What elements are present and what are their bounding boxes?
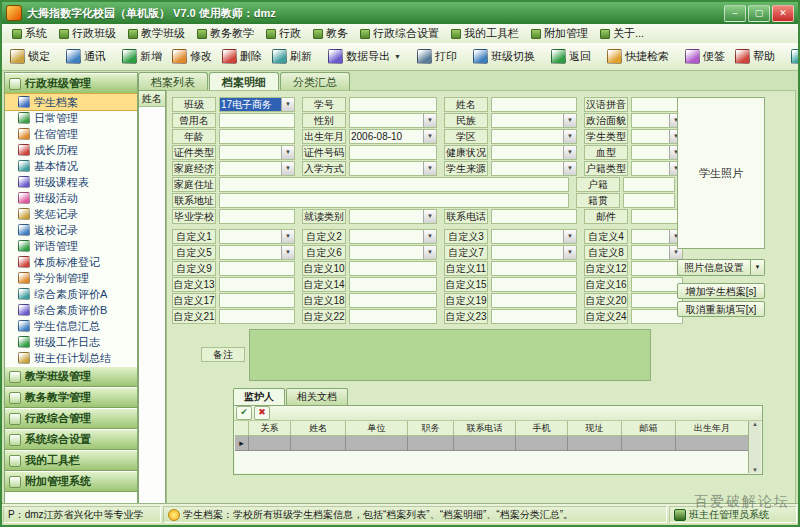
form-field-input[interactable]: [219, 293, 295, 308]
guardian-cell[interactable]: [568, 436, 622, 451]
dropdown-arrow-icon[interactable]: ▼: [281, 246, 294, 259]
guardian-cell[interactable]: [249, 436, 291, 451]
form-field-select[interactable]: ▼: [349, 209, 437, 224]
confirm-icon[interactable]: ✔: [236, 406, 252, 420]
sidebar-item[interactable]: 班级活动: [5, 190, 137, 206]
note-button[interactable]: 便签: [680, 45, 730, 68]
add-student-archive-button[interactable]: 增加学生档案[s]: [677, 283, 765, 299]
delete-button[interactable]: 删除: [217, 45, 267, 68]
form-field-input[interactable]: [491, 97, 577, 112]
form-field-input[interactable]: [219, 261, 295, 276]
form-field-input[interactable]: [631, 209, 683, 224]
guardian-cell[interactable]: [454, 436, 516, 451]
guardian-cell[interactable]: [516, 436, 568, 451]
form-field-input[interactable]: [623, 193, 675, 208]
photo-settings-dropdown-icon[interactable]: ▼: [751, 259, 765, 276]
form-field-select[interactable]: ▼: [631, 113, 683, 128]
guardian-cell[interactable]: [622, 436, 676, 451]
sidebar-group-1[interactable]: 教学班级管理: [5, 366, 137, 387]
dropdown-arrow-icon[interactable]: ▼: [281, 162, 294, 175]
form-field-select[interactable]: ▼: [631, 145, 683, 160]
form-field-select[interactable]: ▼: [219, 245, 295, 260]
form-field-select[interactable]: ▼: [219, 145, 295, 160]
form-field-select[interactable]: ▼: [219, 161, 295, 176]
sidebar-item[interactable]: 体质标准登记: [5, 254, 137, 270]
menu-item[interactable]: 行政: [260, 25, 307, 42]
form-field-select[interactable]: ▼: [491, 245, 577, 260]
dropdown-arrow-icon[interactable]: ▼: [423, 130, 436, 143]
form-field-select[interactable]: 17电子商务▼: [219, 97, 295, 112]
student-name-list[interactable]: [139, 107, 165, 503]
edit-button[interactable]: 修改: [167, 45, 217, 68]
refresh-button[interactable]: 刷新: [267, 45, 317, 68]
sms-button[interactable]: 短信: [786, 45, 800, 68]
guardian-cell[interactable]: [408, 436, 454, 451]
sidebar-group-3[interactable]: 行政综合管理: [5, 408, 137, 429]
guardian-cell[interactable]: [291, 436, 346, 451]
guardian-tab[interactable]: 相关文档: [286, 388, 348, 405]
sidebar-item[interactable]: 学分制管理: [5, 270, 137, 286]
dropdown-arrow-icon[interactable]: ▼: [563, 162, 576, 175]
dropdown-arrow-icon[interactable]: ▼: [563, 230, 576, 243]
sidebar-item[interactable]: 综合素质评价A: [5, 286, 137, 302]
sidebar-item[interactable]: 评语管理: [5, 238, 137, 254]
photo-settings-button[interactable]: 照片信息设置: [677, 259, 751, 276]
dropdown-arrow-icon[interactable]: ▼: [281, 230, 294, 243]
form-field-select[interactable]: ▼: [491, 229, 577, 244]
sidebar-group-0[interactable]: 行政班级管理: [5, 73, 137, 94]
sidebar-item[interactable]: 班级工作日志: [5, 334, 137, 350]
sidebar-group-6[interactable]: 附加管理系统: [5, 471, 137, 492]
menu-item[interactable]: 我的工具栏: [445, 25, 525, 42]
sidebar-item[interactable]: 综合素质评价B: [5, 302, 137, 318]
form-field-input[interactable]: [219, 309, 295, 324]
dropdown-arrow-icon[interactable]: ▼: [423, 210, 436, 223]
sidebar-item[interactable]: 奖惩记录: [5, 206, 137, 222]
close-button[interactable]: ✕: [772, 5, 794, 22]
form-field-input[interactable]: [491, 209, 577, 224]
dropdown-arrow-icon[interactable]: ▼: [423, 230, 436, 243]
content-tab[interactable]: 分类汇总: [280, 72, 350, 90]
form-field-input[interactable]: [631, 261, 683, 276]
content-tab[interactable]: 档案列表: [138, 72, 208, 90]
form-field-select[interactable]: ▼: [219, 229, 295, 244]
scroll-down-icon[interactable]: ▼: [752, 467, 758, 473]
sidebar-group-4[interactable]: 系统综合设置: [5, 429, 137, 450]
sidebar-item[interactable]: 基本情况: [5, 158, 137, 174]
help-button[interactable]: 帮助: [730, 45, 780, 68]
dropdown-arrow-icon[interactable]: ▼: [563, 146, 576, 159]
cancel-refill-button[interactable]: 取消重新填写[x]: [677, 301, 765, 317]
form-field-input[interactable]: [349, 97, 437, 112]
form-field-input[interactable]: [219, 209, 295, 224]
print-button[interactable]: 打印: [412, 45, 462, 68]
dropdown-arrow-icon[interactable]: ▼: [423, 246, 436, 259]
form-field-input[interactable]: [491, 309, 577, 324]
form-field-input[interactable]: [631, 97, 683, 112]
scroll-up-icon[interactable]: ▲: [752, 421, 758, 427]
lock-button[interactable]: 锁定: [5, 45, 55, 68]
dropdown-arrow-icon[interactable]: ▼: [563, 114, 576, 127]
form-field-input[interactable]: [631, 277, 683, 292]
form-field-input[interactable]: [349, 261, 437, 276]
sidebar-item[interactable]: 班主任计划总结: [5, 350, 137, 366]
menu-item[interactable]: 关于...: [594, 25, 650, 42]
dropdown-arrow-icon[interactable]: ▼: [563, 130, 576, 143]
form-field-input[interactable]: [219, 177, 569, 192]
guardian-tab[interactable]: 监护人: [233, 388, 285, 405]
add-button[interactable]: 新增: [117, 45, 167, 68]
sidebar-item[interactable]: 学生档案: [5, 94, 137, 110]
search-button[interactable]: 快捷检索: [602, 45, 674, 68]
form-field-select[interactable]: ▼: [349, 113, 437, 128]
form-field-select[interactable]: ▼: [631, 245, 683, 260]
sidebar-item[interactable]: 成长历程: [5, 142, 137, 158]
dropdown-arrow-icon[interactable]: ▼: [281, 146, 294, 159]
cancel-icon[interactable]: ✖: [254, 406, 270, 420]
form-field-input[interactable]: [219, 193, 569, 208]
guardian-cell[interactable]: [346, 436, 408, 451]
sidebar-item[interactable]: 学生信息汇总: [5, 318, 137, 334]
form-field-input[interactable]: [491, 277, 577, 292]
form-field-select[interactable]: ▼: [491, 129, 577, 144]
class-switch-button[interactable]: 班级切换: [468, 45, 540, 68]
form-field-input[interactable]: [631, 293, 683, 308]
form-field-input[interactable]: [349, 277, 437, 292]
form-field-input[interactable]: [491, 261, 577, 276]
